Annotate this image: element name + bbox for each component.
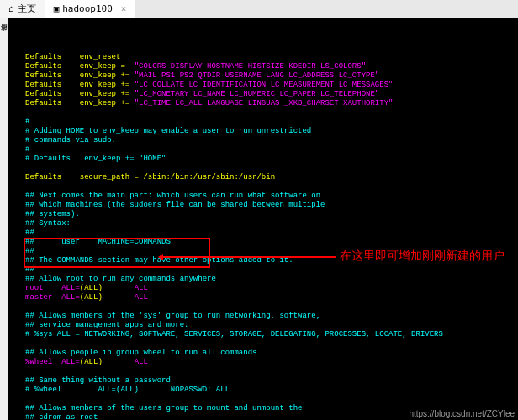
comment: ## Allows people in group wheel to run a… — [25, 349, 256, 357]
comment: ## — [25, 228, 34, 237]
str: "LC_TIME LC_ALL LANGUAGE LINGUAS _XKB_CH… — [135, 99, 394, 108]
comment: ## user MACHINE=COMMANDS — [25, 238, 171, 246]
comment: ## Same thing without a password — [25, 376, 171, 385]
user-root: root ALL= — [25, 284, 80, 292]
all: (ALL) — [80, 284, 103, 292]
tab-label: hadoop100 — [62, 3, 113, 14]
line: Defaults env_keep += — [25, 90, 135, 98]
line: Defaults env_keep += — [25, 99, 135, 108]
comment: ## — [25, 247, 34, 255]
comment: ## Next comes the main part: which users… — [25, 192, 320, 200]
comment: ## service management apps and more. — [25, 321, 188, 329]
comment: ## systems). — [25, 210, 80, 218]
comment: # %wheel ALL=(ALL) NOPASSWD: ALL — [25, 386, 230, 394]
annotation-text: 在这里即可增加刚刚新建的用户 — [340, 249, 505, 264]
line: Defaults secure_path = /sbin:/bin:/usr/s… — [25, 173, 275, 181]
user-master: master ALL= — [25, 293, 80, 302]
comment: # — [25, 118, 29, 126]
comment: # Defaults env_keep += "HOME" — [25, 155, 166, 163]
str: "LC_MONETARY LC_NAME LC_NUMERIC LC_PAPER… — [135, 90, 380, 98]
tab-hadoop100[interactable]: ▣ hadoop100 × — [45, 0, 136, 18]
sidebar: 常用 — [0, 18, 8, 420]
watermark: https://blog.csdn.net/ZCYlee — [409, 409, 515, 418]
comment: ## Allows members of the users group to … — [25, 404, 302, 412]
comment: ## Allow root to run any commands anywhe… — [25, 275, 216, 283]
tab-home[interactable]: ⌂ 主页 — [0, 0, 45, 18]
str: "MAIL PS1 PS2 QTDIR USERNAME LANG LC_ADD… — [135, 71, 380, 80]
all: (ALL) — [80, 358, 103, 366]
all2: ALL — [103, 293, 148, 302]
wheel: %wheel ALL= — [25, 358, 80, 366]
all2: ALL — [103, 284, 148, 292]
line: Defaults env_reset — [25, 53, 120, 61]
str: "COLORS DISPLAY HOSTNAME HISTSIZE KDEDIR… — [135, 62, 366, 71]
comment: # commands via sudo. — [25, 136, 116, 144]
tab-label: 主页 — [18, 3, 36, 15]
all: (ALL) — [80, 293, 103, 302]
comment: # %sys ALL = NETWORKING, SOFTWARE, SERVI… — [25, 330, 443, 339]
line: Defaults env_keep += — [25, 81, 135, 89]
str: "LC_COLLATE LC_IDENTIFICATION LC_MEASURE… — [135, 81, 394, 89]
line: Defaults env_keep = — [25, 62, 135, 71]
browser-tabs: ⌂ 主页 ▣ hadoop100 × — [0, 0, 518, 18]
comment: ## The COMMANDS section may have other o… — [25, 256, 293, 265]
comment: ## cdrom as root — [25, 413, 98, 420]
comment: ## — [25, 265, 34, 274]
home-icon: ⌂ — [8, 3, 14, 14]
comment: # — [25, 145, 29, 154]
comment: ## Allows members of the 'sys' group to … — [25, 312, 320, 320]
close-icon[interactable]: × — [121, 3, 127, 14]
comment: ## which machines (the sudoers file can … — [25, 201, 325, 209]
all2: ALL — [103, 358, 148, 366]
terminal-output[interactable]: Defaults env_reset Defaults env_keep = "… — [8, 18, 518, 420]
line: Defaults env_keep += — [25, 71, 135, 80]
comment: # Adding HOME to env_keep may enable a u… — [25, 127, 311, 135]
terminal-icon: ▣ — [54, 3, 60, 14]
comment: ## Syntax: — [25, 219, 71, 228]
